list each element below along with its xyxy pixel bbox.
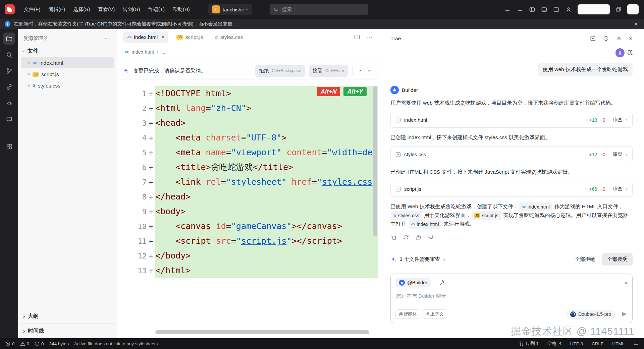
- next-change-icon[interactable]: ›: [366, 68, 372, 73]
- extensions-grid-icon[interactable]: [3, 140, 15, 153]
- tab-styles.css[interactable]: #styles.css: [211, 32, 247, 43]
- js-file-icon: JS: [474, 213, 480, 218]
- new-chat-icon[interactable]: [590, 35, 596, 42]
- copy-icon[interactable]: [390, 234, 397, 240]
- errors-indicator[interactable]: 0: [5, 341, 15, 346]
- encoding[interactable]: UTF-8: [570, 341, 583, 346]
- chat-input-card[interactable]: @Builder × 您正在与 Builder 聊天 @智能体# 上下文 Dou…: [390, 274, 633, 323]
- cursor-position[interactable]: 行 1, 列 1: [520, 341, 539, 347]
- debug-icon[interactable]: [3, 97, 15, 109]
- previous-change-icon[interactable]: ›: [357, 68, 363, 73]
- close-icon[interactable]: ×: [629, 35, 633, 42]
- tab-script.js[interactable]: JSscript.js: [172, 32, 207, 43]
- close-icon[interactable]: ×: [161, 35, 164, 40]
- reject-all-button[interactable]: 全部拒绝: [575, 256, 595, 263]
- accept-button[interactable]: 接受 Ctrl+Enter: [309, 65, 348, 77]
- reject-button[interactable]: 拒绝 Ctrl+Backspace: [255, 65, 305, 77]
- chat-icon[interactable]: [3, 113, 15, 125]
- tab-bar-tabs: <>index.html×JSscript.js#styles.css: [123, 32, 251, 43]
- close-icon[interactable]: ×: [633, 21, 639, 27]
- menu-item-2[interactable]: 选择(S): [69, 4, 94, 15]
- thumbs-down-icon[interactable]: [428, 234, 434, 240]
- menu-item-5[interactable]: 终端(T): [145, 4, 168, 15]
- ports-indicator[interactable]: 0: [35, 341, 44, 346]
- explorer-icon[interactable]: [3, 33, 15, 45]
- accept-all-button[interactable]: 全部接受: [602, 253, 633, 266]
- menu-item-0[interactable]: 文件(F): [20, 4, 44, 15]
- warnings-indicator[interactable]: 0: [20, 341, 30, 346]
- titlebar-controls: ← →: [504, 4, 644, 14]
- context-chip-1[interactable]: # 上下文: [423, 309, 447, 319]
- back-arrow-icon[interactable]: ←: [504, 6, 511, 13]
- file-chip-label: styles.css: [398, 212, 419, 220]
- restore-window-icon[interactable]: [615, 6, 622, 12]
- expand-icon[interactable]: [395, 152, 401, 157]
- code-line: 11+ <script src="script.js"></script>: [117, 234, 378, 248]
- file-chip-styles.css[interactable]: #styles.css: [391, 211, 422, 220]
- indent-setting[interactable]: 空格: 4: [547, 341, 561, 347]
- thumbs-up-icon[interactable]: [415, 234, 422, 240]
- file-chip-index.html[interactable]: <>index.html: [519, 202, 552, 211]
- timeline-section[interactable]: › 时间线: [18, 324, 117, 338]
- eol-setting[interactable]: CRLF: [592, 341, 603, 346]
- file-change-card-styles.css[interactable]: styles.css+12-0审查›: [390, 147, 633, 162]
- agent-name: Builder: [402, 87, 418, 93]
- breadcrumb[interactable]: <> index.html / ...: [117, 45, 378, 59]
- file-item-styles.css[interactable]: #styles.css: [21, 80, 114, 91]
- expand-icon[interactable]: [395, 117, 401, 123]
- more-actions-icon[interactable]: ···: [105, 35, 111, 42]
- menu-item-4[interactable]: 转到(G): [119, 4, 144, 15]
- close-icon[interactable]: ×: [624, 280, 628, 286]
- review-link[interactable]: 审查: [613, 117, 623, 123]
- divider: [353, 67, 353, 75]
- split-editor-icon[interactable]: [354, 34, 360, 40]
- files-section-header[interactable]: › 文件: [18, 45, 117, 57]
- toggle-sidebar-icon[interactable]: [529, 6, 535, 13]
- agent-chip[interactable]: @Builder: [395, 278, 431, 287]
- menu-item-1[interactable]: 编辑(E): [45, 4, 69, 15]
- more-actions-icon[interactable]: ···: [366, 34, 373, 40]
- outline-section[interactable]: › 大纲: [18, 309, 117, 324]
- forward-arrow-icon[interactable]: →: [517, 6, 523, 13]
- regenerate-icon[interactable]: [403, 234, 409, 240]
- file-item-script.js[interactable]: JSscript.js: [21, 69, 114, 80]
- source-control-icon[interactable]: [3, 65, 15, 77]
- file-change-card-index.html[interactable]: index.html+13-0审查›: [390, 112, 633, 128]
- model-selector[interactable]: Doubao-1.5-pro: [567, 310, 615, 319]
- workspace-switcher[interactable]: T tanchishe ›: [208, 4, 252, 15]
- review-summary[interactable]: 3 个文件需要审查: [399, 256, 440, 263]
- trae-logo-icon[interactable]: [5, 4, 15, 14]
- file-chip-script.js[interactable]: JSscript.js: [472, 211, 500, 220]
- global-search-input[interactable]: 搜索: [270, 4, 368, 15]
- builder-icon: [399, 280, 405, 286]
- notifications-bell-icon[interactable]: [633, 341, 639, 346]
- menu-item-6[interactable]: 帮助(H): [169, 4, 194, 15]
- file-chip-index.html[interactable]: <>index.html: [409, 220, 441, 229]
- settings-gear-icon[interactable]: [616, 35, 622, 42]
- expand-icon[interactable]: [395, 186, 401, 192]
- code-text: <link rel="stylesheet" href="styles.css"…: [155, 175, 378, 189]
- context-chip-0[interactable]: @智能体: [395, 309, 420, 319]
- review-bar: 3 个文件需要审查 › 全部拒绝 全部接受: [390, 253, 633, 266]
- file-item-index.html[interactable]: <>index.html: [21, 57, 114, 68]
- chat-input-placeholder[interactable]: 您正在与 Builder 聊天: [396, 293, 627, 300]
- search-icon[interactable]: [3, 49, 15, 61]
- references-link-icon[interactable]: [3, 81, 15, 93]
- review-link[interactable]: 审查: [613, 186, 623, 192]
- code-editor[interactable]: 1+<!DOCTYPE html>2+<html lang="zh-CN">3+…: [117, 86, 378, 338]
- history-icon[interactable]: [603, 35, 609, 42]
- toggle-panel-icon[interactable]: [541, 6, 547, 13]
- line-number: 7+: [117, 175, 155, 189]
- file-change-card-script.js[interactable]: script.js+66-0审查›: [390, 181, 633, 197]
- tab-index.html[interactable]: <>index.html×: [123, 32, 168, 43]
- send-icon[interactable]: [621, 311, 628, 317]
- review-link[interactable]: 审查: [613, 151, 623, 158]
- tools-icon[interactable]: [439, 280, 445, 286]
- language-mode[interactable]: HTML: [612, 341, 625, 346]
- menu-item-3[interactable]: 查看(V): [94, 4, 118, 15]
- vertical-scrollbar[interactable]: [373, 86, 377, 236]
- account-icon[interactable]: [565, 6, 572, 13]
- horizontal-scrollbar[interactable]: [155, 330, 369, 334]
- toggle-secondary-sidebar-icon[interactable]: [553, 6, 559, 13]
- ass istant-panel: Trae × 我 使用 web 技术栈生成一个贪吃蛇游戏 Builder 用户: [378, 29, 644, 338]
